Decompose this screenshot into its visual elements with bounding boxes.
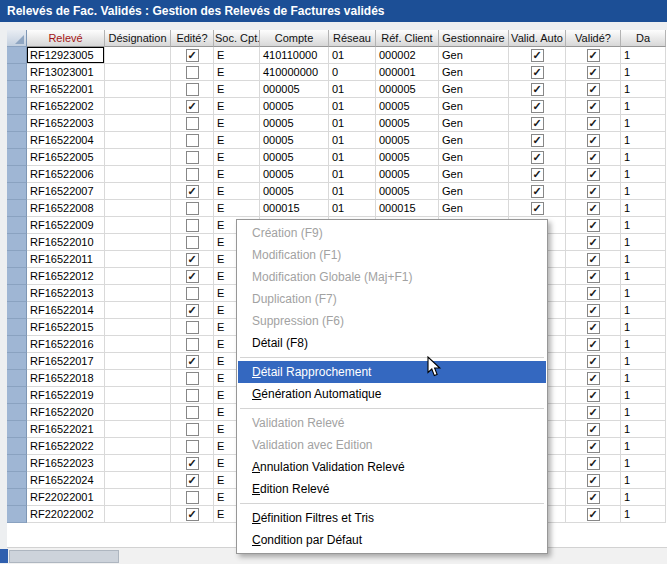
checkbox-valide[interactable]: ✓ xyxy=(587,406,600,419)
checkbox-edite[interactable] xyxy=(186,66,199,79)
cell-valid_auto[interactable]: ✓ xyxy=(509,47,566,64)
cell-designation[interactable] xyxy=(105,472,171,489)
column-header-valid_auto[interactable]: Valid. Auto xyxy=(509,30,566,47)
cell-valide[interactable]: ✓ xyxy=(566,489,621,506)
cell-edite[interactable] xyxy=(171,64,214,81)
cell-releve[interactable]: RF16522004 xyxy=(27,132,105,149)
checkbox-valide[interactable]: ✓ xyxy=(587,151,600,164)
checkbox-edite[interactable] xyxy=(186,287,199,300)
row-selector[interactable] xyxy=(7,285,27,302)
checkbox-valide[interactable]: ✓ xyxy=(587,83,600,96)
cell-compte[interactable]: 410000000 xyxy=(260,64,329,81)
cell-releve[interactable]: RF12923005 xyxy=(27,47,105,64)
row-selector[interactable] xyxy=(7,217,27,234)
checkbox-valide[interactable]: ✓ xyxy=(587,168,600,181)
cell-gestionnaire[interactable]: Gen xyxy=(439,132,509,149)
cell-soc_cpt[interactable]: E xyxy=(214,98,260,115)
row-selector[interactable] xyxy=(7,268,27,285)
checkbox-edite[interactable] xyxy=(186,151,199,164)
column-header-releve[interactable]: Relevé xyxy=(27,30,105,47)
cell-gestionnaire[interactable]: Gen xyxy=(439,166,509,183)
checkbox-edite[interactable]: ✓ xyxy=(186,270,199,283)
row-selector[interactable] xyxy=(7,489,27,506)
cell-valide[interactable]: ✓ xyxy=(566,81,621,98)
cell-soc_cpt[interactable]: E xyxy=(214,81,260,98)
cell-ref_client[interactable]: 000001 xyxy=(376,64,439,81)
cell-releve[interactable]: RF22022002 xyxy=(27,506,105,523)
checkbox-edite[interactable] xyxy=(186,117,199,130)
cell-ref_client[interactable]: 000015 xyxy=(376,200,439,217)
checkbox-valide[interactable]: ✓ xyxy=(587,49,600,62)
checkbox-valide[interactable]: ✓ xyxy=(587,219,600,232)
cell-compte[interactable]: 000005 xyxy=(260,81,329,98)
cell-releve[interactable]: RF16522008 xyxy=(27,200,105,217)
checkbox-valid_auto[interactable]: ✓ xyxy=(531,185,544,198)
row-selector[interactable] xyxy=(7,115,27,132)
cell-valide[interactable]: ✓ xyxy=(566,251,621,268)
cell-reseau[interactable]: 01 xyxy=(329,47,376,64)
cell-valide[interactable]: ✓ xyxy=(566,353,621,370)
cell-edite[interactable] xyxy=(171,217,214,234)
cell-da[interactable]: 1 xyxy=(621,387,666,404)
cell-da[interactable]: 1 xyxy=(621,115,666,132)
checkbox-edite[interactable]: ✓ xyxy=(186,253,199,266)
cell-releve[interactable]: RF16522009 xyxy=(27,217,105,234)
menu-item-generation-automatique[interactable]: Génération Automatique xyxy=(238,383,546,405)
cell-designation[interactable] xyxy=(105,166,171,183)
checkbox-valid_auto[interactable]: ✓ xyxy=(531,66,544,79)
cell-releve[interactable]: RF16522018 xyxy=(27,370,105,387)
cell-edite[interactable] xyxy=(171,370,214,387)
checkbox-valide[interactable]: ✓ xyxy=(587,270,600,283)
cell-designation[interactable] xyxy=(105,47,171,64)
checkbox-edite[interactable] xyxy=(186,168,199,181)
cell-da[interactable]: 1 xyxy=(621,455,666,472)
checkbox-valid_auto[interactable]: ✓ xyxy=(531,168,544,181)
cell-soc_cpt[interactable]: E xyxy=(214,166,260,183)
cell-releve[interactable]: RF16522011 xyxy=(27,251,105,268)
checkbox-valide[interactable]: ✓ xyxy=(587,457,600,470)
cell-edite[interactable] xyxy=(171,81,214,98)
checkbox-edite[interactable] xyxy=(186,338,199,351)
cell-gestionnaire[interactable]: Gen xyxy=(439,64,509,81)
cell-da[interactable]: 1 xyxy=(621,132,666,149)
cell-da[interactable]: 1 xyxy=(621,183,666,200)
checkbox-edite[interactable]: ✓ xyxy=(186,355,199,368)
cell-designation[interactable] xyxy=(105,200,171,217)
cell-valide[interactable]: ✓ xyxy=(566,268,621,285)
cell-designation[interactable] xyxy=(105,217,171,234)
cell-reseau[interactable]: 01 xyxy=(329,183,376,200)
cell-da[interactable]: 1 xyxy=(621,489,666,506)
cell-valide[interactable]: ✓ xyxy=(566,115,621,132)
checkbox-valid_auto[interactable]: ✓ xyxy=(531,151,544,164)
cell-releve[interactable]: RF16522022 xyxy=(27,438,105,455)
cell-soc_cpt[interactable]: E xyxy=(214,200,260,217)
cell-edite[interactable]: ✓ xyxy=(171,506,214,523)
cell-da[interactable]: 1 xyxy=(621,353,666,370)
cell-edite[interactable]: ✓ xyxy=(171,302,214,319)
cell-soc_cpt[interactable]: E xyxy=(214,132,260,149)
cell-edite[interactable]: ✓ xyxy=(171,472,214,489)
scrollbar-thumb[interactable] xyxy=(9,550,119,563)
checkbox-valide[interactable]: ✓ xyxy=(587,100,600,113)
cell-valid_auto[interactable]: ✓ xyxy=(509,200,566,217)
checkbox-edite[interactable] xyxy=(186,372,199,385)
row-selector[interactable] xyxy=(7,98,27,115)
cell-reseau[interactable]: 01 xyxy=(329,132,376,149)
checkbox-valide[interactable]: ✓ xyxy=(587,474,600,487)
checkbox-valid_auto[interactable]: ✓ xyxy=(531,49,544,62)
cell-releve[interactable]: RF16522017 xyxy=(27,353,105,370)
cell-compte[interactable]: 00005 xyxy=(260,183,329,200)
cell-reseau[interactable]: 01 xyxy=(329,81,376,98)
cell-valide[interactable]: ✓ xyxy=(566,149,621,166)
row-selector[interactable] xyxy=(7,183,27,200)
cell-compte[interactable]: 410110000 xyxy=(260,47,329,64)
cell-designation[interactable] xyxy=(105,438,171,455)
cell-ref_client[interactable]: 00005 xyxy=(376,166,439,183)
cell-releve[interactable]: RF13023001 xyxy=(27,64,105,81)
menu-item-detail-f8[interactable]: Détail (F8) xyxy=(238,332,546,354)
cell-gestionnaire[interactable]: Gen xyxy=(439,115,509,132)
window-titlebar[interactable]: Relevés de Fac. Validés : Gestion des Re… xyxy=(0,0,667,22)
cell-da[interactable]: 1 xyxy=(621,98,666,115)
cell-designation[interactable] xyxy=(105,489,171,506)
checkbox-valide[interactable]: ✓ xyxy=(587,372,600,385)
